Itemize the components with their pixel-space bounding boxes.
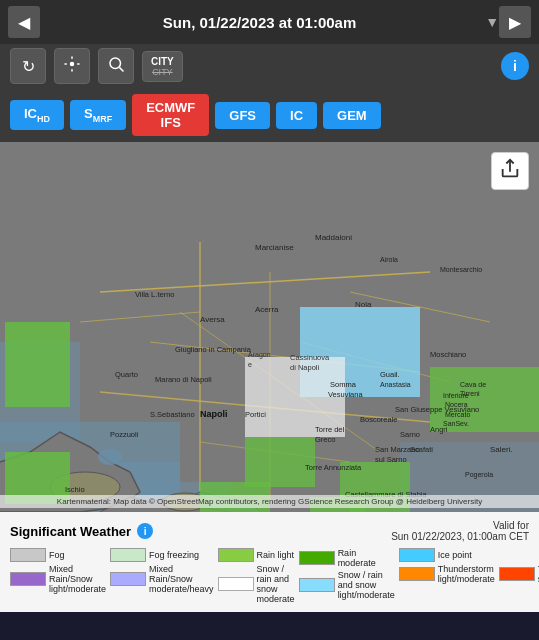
city-label-top: CITY xyxy=(151,56,174,67)
tab-ic[interactable]: IC xyxy=(276,102,317,129)
header: ◀ Sun, 01/22/2023 at 01:00am ▼ ▶ xyxy=(0,0,539,44)
svg-text:Giugliano in Campania: Giugliano in Campania xyxy=(175,345,252,354)
svg-text:Boscoreale: Boscoreale xyxy=(360,415,398,424)
rain-moderate-swatch xyxy=(299,551,335,565)
svg-text:Saleri.: Saleri. xyxy=(490,445,513,454)
svg-text:Sarno: Sarno xyxy=(400,430,420,439)
fog-swatch xyxy=(10,548,46,562)
legend-item-rain-moderate: Rain moderate xyxy=(299,548,395,568)
next-button[interactable]: ▶ xyxy=(499,6,531,38)
empty-swatch xyxy=(499,548,535,562)
svg-text:Anastasia: Anastasia xyxy=(380,381,411,388)
mixed-rain-snow-light-label: Mixed Rain/Snow light/moderate xyxy=(49,564,106,594)
svg-text:S.Sebastiano: S.Sebastiano xyxy=(150,410,195,419)
legend-col-4: Rain moderate Snow / rain and snow light… xyxy=(299,548,395,604)
svg-text:Nola: Nola xyxy=(355,300,372,309)
svg-line-2 xyxy=(119,67,123,71)
thunderstorm-light-swatch xyxy=(399,567,435,581)
svg-text:Aragon: Aragon xyxy=(248,351,271,359)
legend-item-thunderstorm-light: Thunderstorm light/moderate xyxy=(399,564,495,584)
fog-freezing-label: Fog freezing xyxy=(149,550,214,560)
dropdown-arrow-icon: ▼ xyxy=(485,14,499,30)
rain-moderate-label: Rain moderate xyxy=(338,548,395,568)
svg-text:Tirreni: Tirreni xyxy=(460,390,480,397)
svg-text:Villa L.terno: Villa L.terno xyxy=(135,290,174,299)
ice-label: Ice point xyxy=(438,550,495,560)
zoom-button[interactable] xyxy=(98,48,134,84)
svg-text:Nocera: Nocera xyxy=(445,401,468,408)
mixed-rain-snow-moderate-label: Mixed Rain/Snow moderate/heavy xyxy=(149,564,214,594)
tab-ecmwf[interactable]: ECMWFIFS xyxy=(132,94,209,136)
ice-swatch xyxy=(399,548,435,562)
info-button[interactable]: i xyxy=(501,52,529,80)
snow-light-label: Snow / rain and snow light/moderate xyxy=(338,570,395,600)
svg-text:Marano di Napoli: Marano di Napoli xyxy=(155,375,212,384)
svg-text:Torre Annunziata: Torre Annunziata xyxy=(305,463,362,472)
legend-item-snow-moderate: Snow / rain and snow moderate xyxy=(218,564,295,604)
legend-col-2: Fog freezing Mixed Rain/Snow moderate/he… xyxy=(110,548,214,604)
legend-item-mixed-rain-snow-light: Mixed Rain/Snow light/moderate xyxy=(10,564,106,594)
share-icon xyxy=(499,158,521,185)
tab-gem[interactable]: GEM xyxy=(323,102,381,129)
svg-text:San Marzano: San Marzano xyxy=(375,445,420,454)
legend-col-6: Thunderstorm severe xyxy=(499,548,539,604)
legend-item-mixed-rain-snow-moderate: Mixed Rain/Snow moderate/heavy xyxy=(110,564,214,594)
location-icon xyxy=(63,55,81,77)
share-button[interactable] xyxy=(491,152,529,190)
svg-text:Cava de: Cava de xyxy=(460,381,486,388)
model-tabs: ICHD SMRF ECMWFIFS GFS IC GEM xyxy=(0,88,539,142)
svg-text:Montesarchio: Montesarchio xyxy=(440,266,482,273)
svg-text:Guail.: Guail. xyxy=(380,370,400,379)
legend-item-empty xyxy=(499,548,539,562)
legend-col-1: Fog Mixed Rain/Snow light/moderate xyxy=(10,548,106,604)
legend-colors: Fog Mixed Rain/Snow light/moderate Fog f… xyxy=(10,548,529,604)
map-container[interactable]: Marcianise Maddaloni Airola Montesarchio… xyxy=(0,142,539,512)
svg-text:Vesuviana: Vesuviana xyxy=(328,390,363,399)
prev-button[interactable]: ◀ xyxy=(8,6,40,38)
snow-moderate-swatch xyxy=(218,577,254,591)
thunderstorm-light-label: Thunderstorm light/moderate xyxy=(438,564,495,584)
svg-text:Airola: Airola xyxy=(380,256,398,263)
svg-text:di Napoli: di Napoli xyxy=(290,363,320,372)
refresh-button[interactable]: ↻ xyxy=(10,48,46,84)
city-button[interactable]: CITY CITY xyxy=(142,51,183,82)
legend-item-ice: Ice point xyxy=(399,548,495,562)
mixed-rain-snow-light-swatch xyxy=(10,572,46,586)
svg-text:Napoli: Napoli xyxy=(200,409,228,419)
svg-text:Torre del: Torre del xyxy=(315,425,345,434)
svg-text:Pozzuoli: Pozzuoli xyxy=(110,430,139,439)
location-button[interactable] xyxy=(54,48,90,84)
tab-ic-hd[interactable]: ICHD xyxy=(10,100,64,130)
svg-text:SanSev.: SanSev. xyxy=(443,420,469,427)
svg-point-1 xyxy=(110,58,121,69)
rain-light-label: Rain light xyxy=(257,550,295,560)
rain-light-swatch xyxy=(218,548,254,562)
svg-text:Acerra: Acerra xyxy=(255,305,279,314)
svg-point-83 xyxy=(98,449,122,465)
svg-text:Pogerola: Pogerola xyxy=(465,471,493,479)
svg-text:e: e xyxy=(248,361,252,368)
svg-text:Aversa: Aversa xyxy=(200,315,225,324)
svg-rect-26 xyxy=(245,437,315,487)
legend-info-button[interactable]: i xyxy=(137,523,153,539)
legend-item-snow-light: Snow / rain and snow light/moderate xyxy=(299,570,395,600)
snow-moderate-label: Snow / rain and snow moderate xyxy=(257,564,295,604)
fog-label: Fog xyxy=(49,550,106,560)
mixed-rain-snow-moderate-swatch xyxy=(110,572,146,586)
tab-smrf[interactable]: SMRF xyxy=(70,100,126,130)
svg-text:sul Sarno: sul Sarno xyxy=(375,455,407,464)
svg-text:Mercato: Mercato xyxy=(445,411,470,418)
legend-item-fog: Fog xyxy=(10,548,106,562)
map-svg: Marcianise Maddaloni Airola Montesarchio… xyxy=(0,142,539,512)
legend-item-thunderstorm-severe: Thunderstorm severe xyxy=(499,564,539,584)
tab-gfs[interactable]: GFS xyxy=(215,102,270,129)
thunderstorm-severe-swatch xyxy=(499,567,535,581)
map-attribution: Kartenmaterial: Map data © OpenStreetMap… xyxy=(0,495,539,508)
date-time-display: Sun, 01/22/2023 at 01:00am xyxy=(40,14,479,31)
snow-light-swatch xyxy=(299,578,335,592)
info-icon: i xyxy=(513,58,517,74)
refresh-icon: ↻ xyxy=(22,57,35,76)
zoom-icon xyxy=(107,55,125,77)
svg-point-0 xyxy=(70,62,75,67)
svg-text:Greco: Greco xyxy=(315,435,335,444)
